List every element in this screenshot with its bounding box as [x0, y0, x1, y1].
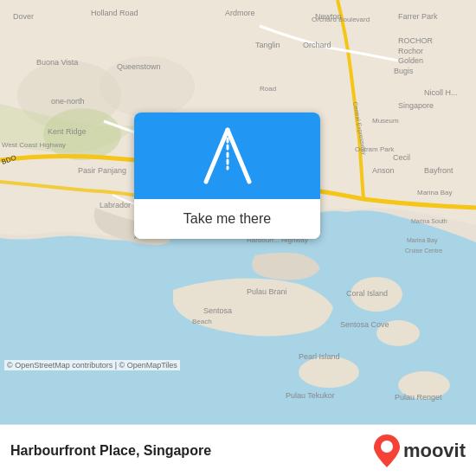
svg-text:Anson: Anson [372, 166, 395, 175]
popup-card: Take me there [134, 113, 320, 239]
svg-text:Pulau Renget: Pulau Renget [395, 393, 442, 402]
svg-text:Museum: Museum [372, 117, 399, 125]
svg-text:Pearl Island: Pearl Island [299, 352, 340, 361]
svg-text:Labrador: Labrador [100, 201, 131, 209]
location-name: Harbourfront Place, Singapore [10, 443, 211, 459]
svg-text:Marina Bay: Marina Bay [407, 237, 438, 244]
svg-text:Kent Ridge: Kent Ridge [48, 127, 87, 136]
svg-text:Cruise Centre: Cruise Centre [405, 248, 442, 254]
svg-text:Beach: Beach [192, 318, 212, 325]
svg-text:one-north: one-north [51, 97, 85, 106]
moovit-logo: moovit [374, 434, 466, 467]
location-info: Harbourfront Place, Singapore [10, 443, 211, 459]
svg-line-54 [228, 130, 249, 182]
svg-text:ROCHOR: ROCHOR [398, 36, 433, 45]
svg-text:Cecil: Cecil [393, 153, 410, 162]
svg-point-6 [299, 357, 359, 388]
svg-text:Marina Bay: Marina Bay [417, 189, 452, 196]
moovit-brand-text: moovit [403, 440, 466, 462]
svg-text:Bugis: Bugis [394, 67, 414, 75]
svg-text:Ardmore: Ardmore [225, 9, 255, 17]
svg-point-57 [381, 441, 393, 453]
svg-text:Buona Vista: Buona Vista [36, 58, 78, 67]
svg-text:Holland Road: Holland Road [91, 9, 138, 17]
svg-text:Pulau Brani: Pulau Brani [247, 287, 287, 296]
svg-text:Farrer Park: Farrer Park [398, 12, 438, 21]
svg-text:Orchard Boulevard: Orchard Boulevard [312, 16, 370, 23]
svg-text:Coral Island: Coral Island [346, 289, 388, 298]
svg-text:West Coast Highway: West Coast Highway [2, 141, 66, 149]
svg-line-53 [206, 130, 228, 182]
svg-text:Queenstown: Queenstown [117, 62, 161, 71]
map-attribution: © OpenStreetMap contributors | © OpenMap… [4, 360, 180, 370]
svg-text:Orchard: Orchard [303, 41, 331, 49]
svg-text:Nicoll H...: Nicoll H... [424, 88, 458, 97]
road-icon [202, 125, 254, 186]
svg-text:Sentosa: Sentosa [203, 306, 232, 315]
svg-text:Pasir Panjang: Pasir Panjang [78, 166, 126, 175]
svg-text:Road: Road [260, 85, 276, 93]
svg-text:Tanglin: Tanglin [255, 41, 280, 49]
svg-text:Singapore: Singapore [398, 101, 434, 110]
bottom-bar: Harbourfront Place, Singapore moovit [0, 424, 476, 476]
map-container: Dover Holland Road Ardmore Newton Farrer… [0, 0, 476, 424]
moovit-pin-icon [374, 434, 400, 467]
svg-text:Marina South: Marina South [411, 218, 447, 224]
popup-icon-area [134, 113, 320, 199]
svg-text:Sentosa Cove: Sentosa Cove [340, 320, 389, 329]
svg-text:Rochor: Rochor [398, 47, 423, 55]
svg-text:Dover: Dover [13, 12, 34, 21]
svg-text:Golden: Golden [398, 56, 423, 65]
svg-text:Bayfront: Bayfront [424, 166, 453, 175]
take-me-there-button[interactable]: Take me there [134, 199, 320, 239]
svg-text:Pulau Tekukor: Pulau Tekukor [286, 391, 335, 400]
